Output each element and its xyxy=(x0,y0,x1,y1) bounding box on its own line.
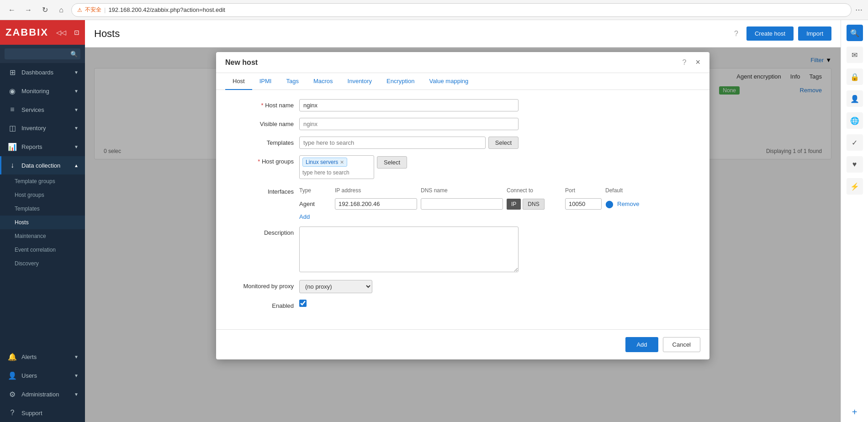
sidebar-logo: ZABBIX ◁◁ ⊡ xyxy=(0,20,85,45)
default-radio[interactable]: ⬤ xyxy=(605,200,614,208)
sidebar-item-alerts[interactable]: 🔔 Alerts ▼ xyxy=(0,348,85,366)
sidebar-item-template-groups[interactable]: Template groups xyxy=(0,174,85,188)
home-button[interactable]: ⌂ xyxy=(55,4,68,16)
forward-button[interactable]: → xyxy=(22,4,35,16)
right-panel-globe-icon[interactable]: 🌐 xyxy=(847,112,863,129)
right-panel-lock-icon[interactable]: 🔒 xyxy=(847,69,863,85)
type-header: Type xyxy=(299,187,331,194)
sidebar-item-templates[interactable]: Templates xyxy=(0,202,85,216)
sidebar-item-maintenance[interactable]: Maintenance xyxy=(0,229,85,243)
sidebar-sub-label: Maintenance xyxy=(15,233,46,239)
sidebar-search-input[interactable] xyxy=(5,48,80,59)
ip-button[interactable]: IP xyxy=(507,199,521,210)
sidebar-sub-label: Host groups xyxy=(15,192,44,198)
expand-icon[interactable]: ⊡ xyxy=(74,29,79,36)
host-groups-select-button[interactable]: Select xyxy=(377,156,407,169)
cancel-button[interactable]: Cancel xyxy=(663,337,700,352)
more-options-icon[interactable]: ⋯ xyxy=(855,5,863,14)
import-button[interactable]: Import xyxy=(798,26,831,41)
page-title: Hosts xyxy=(94,28,734,40)
proxy-label: Monitored by proxy xyxy=(230,280,294,290)
right-panel-check-icon[interactable]: ✓ xyxy=(847,134,863,151)
proxy-select[interactable]: (no proxy) xyxy=(299,280,372,293)
host-groups-search-input[interactable] xyxy=(302,169,371,177)
sidebar-item-event-correlation[interactable]: Event correlation xyxy=(0,243,85,257)
templates-search-input[interactable] xyxy=(299,137,486,149)
sidebar-item-hosts[interactable]: Hosts xyxy=(0,216,85,229)
right-panel-mail-icon[interactable]: ✉ xyxy=(847,47,863,63)
dns-button[interactable]: DNS xyxy=(523,199,544,210)
add-button[interactable]: Add xyxy=(625,337,658,352)
sidebar-sub-label: Event correlation xyxy=(15,247,56,253)
tab-encryption[interactable]: Encryption xyxy=(379,73,422,90)
sidebar-search-area: 🔍 xyxy=(0,45,85,63)
tab-ipmi[interactable]: IPMI xyxy=(252,73,279,90)
right-panel-add-icon[interactable]: + xyxy=(852,407,857,422)
default-remove-group: ⬤ Remove xyxy=(605,200,642,208)
sidebar-item-inventory[interactable]: ◫ Inventory ▼ xyxy=(0,119,85,137)
tag-remove-icon[interactable]: ✕ xyxy=(340,159,344,165)
sidebar-item-services[interactable]: ≡ Services ▼ xyxy=(0,100,85,119)
browser-actions: ⋯ xyxy=(855,5,863,14)
sidebar-item-administration[interactable]: ⚙ Administration ▼ xyxy=(0,385,85,404)
default-header: Default xyxy=(605,187,642,194)
host-groups-tags-container[interactable]: Linux servers ✕ xyxy=(299,155,374,179)
tab-value-mapping[interactable]: Value mapping xyxy=(422,73,476,90)
host-groups-label: Host groups xyxy=(230,155,294,165)
collapse-icon[interactable]: ◁◁ xyxy=(56,29,66,36)
modal-tabs: Host IPMI Tags Macros Inventory Encrypti… xyxy=(216,73,709,90)
add-interface-link[interactable]: Add xyxy=(299,213,310,220)
enabled-checkbox[interactable] xyxy=(299,300,307,307)
separator: | xyxy=(104,6,106,13)
create-host-button[interactable]: Create host xyxy=(746,26,794,41)
sidebar-item-data-collection[interactable]: ↓ Data collection ▲ xyxy=(0,156,85,174)
sidebar-item-host-groups[interactable]: Host groups xyxy=(0,188,85,202)
sidebar-item-label: Alerts xyxy=(21,353,37,360)
back-button[interactable]: ← xyxy=(5,4,18,16)
description-textarea[interactable] xyxy=(299,227,519,272)
tab-macros[interactable]: Macros xyxy=(306,73,340,90)
chevron-icon: ▼ xyxy=(74,89,79,94)
modal-help-icon[interactable]: ? xyxy=(683,58,687,67)
tab-tags[interactable]: Tags xyxy=(279,73,306,90)
sidebar-item-support[interactable]: ? Support xyxy=(0,404,85,422)
page-content: Filter ▼ Agent encryption Info Tags Remo… xyxy=(85,47,841,422)
sidebar-item-label: Users xyxy=(21,372,37,379)
templates-row: Templates Select xyxy=(230,137,696,149)
interface-ip-input[interactable] xyxy=(335,198,417,210)
interface-dns-input[interactable] xyxy=(421,198,503,210)
tab-host[interactable]: Host xyxy=(225,73,252,90)
right-side-panel: 🔍 ✉ 🔒 👤 🌐 ✓ ♥ ⚡ + xyxy=(841,20,868,422)
modal-header: New host ? × xyxy=(216,52,709,73)
tag-label: Linux servers xyxy=(306,159,338,165)
host-name-input[interactable] xyxy=(299,99,519,111)
interfaces-field: Type IP address DNS name Connect to Port… xyxy=(299,185,696,220)
dns-name-header: DNS name xyxy=(421,187,503,194)
right-panel-lightning-icon[interactable]: ⚡ xyxy=(847,178,863,195)
visible-name-input[interactable] xyxy=(299,118,519,130)
modal-close-button[interactable]: × xyxy=(695,58,700,67)
refresh-button[interactable]: ↻ xyxy=(38,4,51,16)
chevron-icon: ▲ xyxy=(74,163,79,168)
sidebar-item-discovery[interactable]: Discovery xyxy=(0,257,85,270)
right-panel-user-icon[interactable]: 👤 xyxy=(847,90,863,107)
right-panel-search-icon[interactable]: 🔍 xyxy=(847,25,863,41)
top-bar-actions: ? Create host Import xyxy=(734,26,831,41)
sidebar-item-users[interactable]: 👤 Users ▼ xyxy=(0,366,85,385)
templates-select-button[interactable]: Select xyxy=(488,137,519,149)
sidebar-item-monitoring[interactable]: ◉ Monitoring ▼ xyxy=(0,82,85,100)
connect-to-header: Connect to xyxy=(507,187,561,194)
interface-type-label: Agent xyxy=(299,200,331,207)
sidebar: ZABBIX ◁◁ ⊡ 🔍 ⊞ Dashboards ▼ ◉ Monitorin… xyxy=(0,20,85,422)
address-bar[interactable]: ⚠ 不安全 | 192.168.200.42/zabbix.php?action… xyxy=(71,3,852,17)
tab-inventory[interactable]: Inventory xyxy=(340,73,379,90)
modal-title: New host xyxy=(225,58,258,67)
interface-port-input[interactable] xyxy=(565,198,602,210)
warning-text: 不安全 xyxy=(85,6,101,14)
sidebar-item-reports[interactable]: 📊 Reports ▼ xyxy=(0,137,85,156)
sidebar-item-dashboards[interactable]: ⊞ Dashboards ▼ xyxy=(0,63,85,82)
right-panel-heart-icon[interactable]: ♥ xyxy=(847,156,863,173)
help-icon[interactable]: ? xyxy=(734,30,738,38)
remove-interface-link[interactable]: Remove xyxy=(617,200,639,207)
visible-name-row: Visible name xyxy=(230,118,696,130)
